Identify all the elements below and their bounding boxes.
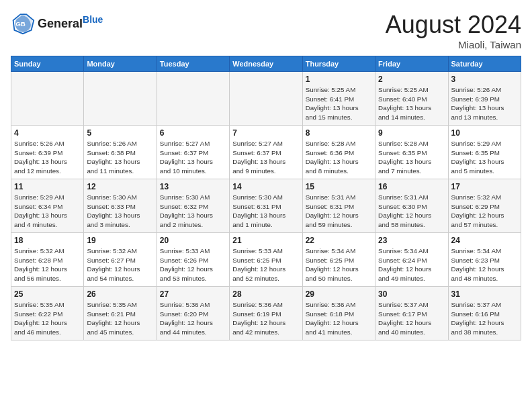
day-detail: Sunrise: 5:36 AM Sunset: 6:20 PM Dayligh… bbox=[160, 300, 226, 337]
logo-icon: GB bbox=[11, 11, 35, 35]
day-number: 18 bbox=[14, 236, 81, 245]
day-detail: Sunrise: 5:30 AM Sunset: 6:31 PM Dayligh… bbox=[232, 193, 299, 230]
day-detail: Sunrise: 5:29 AM Sunset: 6:34 PM Dayligh… bbox=[14, 193, 81, 230]
calendar-cell: 1Sunrise: 5:25 AM Sunset: 6:41 PM Daylig… bbox=[302, 72, 375, 126]
calendar-cell: 31Sunrise: 5:37 AM Sunset: 6:16 PM Dayli… bbox=[448, 287, 521, 340]
calendar-week-row: 11Sunrise: 5:29 AM Sunset: 6:34 PM Dayli… bbox=[11, 179, 521, 233]
calendar-cell bbox=[157, 72, 229, 126]
calendar-week-row: 4Sunrise: 5:26 AM Sunset: 6:39 PM Daylig… bbox=[11, 126, 521, 179]
calendar-cell: 16Sunrise: 5:31 AM Sunset: 6:30 PM Dayli… bbox=[375, 179, 448, 233]
day-detail: Sunrise: 5:27 AM Sunset: 6:37 PM Dayligh… bbox=[160, 139, 226, 176]
calendar-cell: 19Sunrise: 5:32 AM Sunset: 6:27 PM Dayli… bbox=[84, 233, 157, 287]
calendar-cell bbox=[11, 72, 84, 126]
day-number: 27 bbox=[160, 289, 226, 299]
day-detail: Sunrise: 5:26 AM Sunset: 6:38 PM Dayligh… bbox=[87, 139, 153, 176]
calendar-cell: 20Sunrise: 5:33 AM Sunset: 6:26 PM Dayli… bbox=[157, 233, 229, 287]
logo-general: General bbox=[38, 17, 83, 30]
day-detail: Sunrise: 5:33 AM Sunset: 6:26 PM Dayligh… bbox=[160, 246, 226, 283]
day-detail: Sunrise: 5:30 AM Sunset: 6:33 PM Dayligh… bbox=[87, 193, 153, 230]
calendar-cell: 3Sunrise: 5:26 AM Sunset: 6:39 PM Daylig… bbox=[448, 72, 521, 126]
calendar-cell: 10Sunrise: 5:29 AM Sunset: 6:35 PM Dayli… bbox=[448, 126, 521, 179]
calendar-cell: 14Sunrise: 5:30 AM Sunset: 6:31 PM Dayli… bbox=[230, 179, 302, 233]
day-number: 24 bbox=[451, 236, 518, 245]
day-number: 23 bbox=[378, 236, 445, 245]
day-number: 5 bbox=[87, 128, 153, 138]
day-detail: Sunrise: 5:32 AM Sunset: 6:27 PM Dayligh… bbox=[87, 246, 153, 283]
calendar-cell: 13Sunrise: 5:30 AM Sunset: 6:32 PM Dayli… bbox=[157, 179, 229, 233]
calendar-cell: 24Sunrise: 5:34 AM Sunset: 6:23 PM Dayli… bbox=[448, 233, 521, 287]
calendar-cell: 7Sunrise: 5:27 AM Sunset: 6:37 PM Daylig… bbox=[230, 126, 302, 179]
day-number: 17 bbox=[451, 182, 518, 191]
calendar-cell: 21Sunrise: 5:33 AM Sunset: 6:25 PM Dayli… bbox=[230, 233, 302, 287]
day-detail: Sunrise: 5:27 AM Sunset: 6:37 PM Dayligh… bbox=[232, 139, 299, 176]
calendar-cell: 17Sunrise: 5:32 AM Sunset: 6:29 PM Dayli… bbox=[448, 179, 521, 233]
calendar-week-row: 1Sunrise: 5:25 AM Sunset: 6:41 PM Daylig… bbox=[11, 72, 521, 126]
day-detail: Sunrise: 5:26 AM Sunset: 6:39 PM Dayligh… bbox=[451, 85, 518, 122]
calendar-cell bbox=[84, 72, 157, 126]
weekday-header: Thursday bbox=[302, 56, 375, 72]
day-detail: Sunrise: 5:36 AM Sunset: 6:19 PM Dayligh… bbox=[232, 300, 299, 337]
day-detail: Sunrise: 5:37 AM Sunset: 6:16 PM Dayligh… bbox=[451, 300, 518, 337]
calendar-cell: 18Sunrise: 5:32 AM Sunset: 6:28 PM Dayli… bbox=[11, 233, 84, 287]
day-number: 21 bbox=[232, 236, 299, 245]
day-number: 2 bbox=[378, 75, 445, 84]
day-number: 4 bbox=[14, 128, 81, 138]
day-number: 9 bbox=[378, 128, 445, 138]
day-number: 11 bbox=[14, 182, 81, 191]
day-number: 7 bbox=[232, 128, 299, 138]
day-detail: Sunrise: 5:31 AM Sunset: 6:30 PM Dayligh… bbox=[378, 193, 445, 230]
day-detail: Sunrise: 5:25 AM Sunset: 6:40 PM Dayligh… bbox=[378, 85, 445, 122]
day-detail: Sunrise: 5:33 AM Sunset: 6:25 PM Dayligh… bbox=[232, 246, 299, 283]
day-number: 19 bbox=[87, 236, 153, 245]
day-number: 30 bbox=[378, 289, 445, 299]
calendar-cell: 9Sunrise: 5:28 AM Sunset: 6:35 PM Daylig… bbox=[375, 126, 448, 179]
day-detail: Sunrise: 5:25 AM Sunset: 6:41 PM Dayligh… bbox=[306, 85, 372, 122]
day-detail: Sunrise: 5:34 AM Sunset: 6:25 PM Dayligh… bbox=[306, 246, 372, 283]
location: Miaoli, Taiwan bbox=[386, 39, 521, 50]
day-number: 12 bbox=[87, 182, 153, 191]
day-number: 31 bbox=[451, 289, 518, 299]
page-header: GB GeneralBlue August 2024 Miaoli, Taiwa… bbox=[11, 11, 521, 50]
calendar-cell: 15Sunrise: 5:31 AM Sunset: 6:31 PM Dayli… bbox=[302, 179, 375, 233]
day-number: 8 bbox=[306, 128, 372, 138]
calendar-cell: 29Sunrise: 5:36 AM Sunset: 6:18 PM Dayli… bbox=[302, 287, 375, 340]
svg-text:GB: GB bbox=[15, 20, 26, 28]
weekday-header: Tuesday bbox=[157, 56, 229, 72]
calendar-cell: 26Sunrise: 5:35 AM Sunset: 6:21 PM Dayli… bbox=[84, 287, 157, 340]
day-number: 29 bbox=[306, 289, 372, 299]
day-number: 3 bbox=[451, 75, 518, 84]
day-detail: Sunrise: 5:34 AM Sunset: 6:23 PM Dayligh… bbox=[451, 246, 518, 283]
logo: GB GeneralBlue bbox=[11, 11, 103, 35]
day-number: 26 bbox=[87, 289, 153, 299]
day-detail: Sunrise: 5:26 AM Sunset: 6:39 PM Dayligh… bbox=[14, 139, 81, 176]
calendar-cell: 23Sunrise: 5:34 AM Sunset: 6:24 PM Dayli… bbox=[375, 233, 448, 287]
day-number: 1 bbox=[306, 75, 372, 84]
day-number: 25 bbox=[14, 289, 81, 299]
weekday-header: Wednesday bbox=[230, 56, 302, 72]
day-detail: Sunrise: 5:29 AM Sunset: 6:35 PM Dayligh… bbox=[451, 139, 518, 176]
calendar-cell: 22Sunrise: 5:34 AM Sunset: 6:25 PM Dayli… bbox=[302, 233, 375, 287]
day-number: 13 bbox=[160, 182, 226, 191]
day-detail: Sunrise: 5:37 AM Sunset: 6:17 PM Dayligh… bbox=[378, 300, 445, 337]
calendar-week-row: 25Sunrise: 5:35 AM Sunset: 6:22 PM Dayli… bbox=[11, 287, 521, 340]
calendar-cell: 11Sunrise: 5:29 AM Sunset: 6:34 PM Dayli… bbox=[11, 179, 84, 233]
title-block: August 2024 Miaoli, Taiwan bbox=[386, 11, 521, 50]
weekday-header: Friday bbox=[375, 56, 448, 72]
logo-blue: Blue bbox=[83, 14, 103, 25]
day-detail: Sunrise: 5:30 AM Sunset: 6:32 PM Dayligh… bbox=[160, 193, 226, 230]
weekday-header: Monday bbox=[84, 56, 157, 72]
calendar-week-row: 18Sunrise: 5:32 AM Sunset: 6:28 PM Dayli… bbox=[11, 233, 521, 287]
day-detail: Sunrise: 5:35 AM Sunset: 6:22 PM Dayligh… bbox=[14, 300, 81, 337]
calendar-cell bbox=[230, 72, 302, 126]
calendar-cell: 2Sunrise: 5:25 AM Sunset: 6:40 PM Daylig… bbox=[375, 72, 448, 126]
calendar-cell: 8Sunrise: 5:28 AM Sunset: 6:36 PM Daylig… bbox=[302, 126, 375, 179]
day-detail: Sunrise: 5:36 AM Sunset: 6:18 PM Dayligh… bbox=[306, 300, 372, 337]
day-detail: Sunrise: 5:34 AM Sunset: 6:24 PM Dayligh… bbox=[378, 246, 445, 283]
day-number: 10 bbox=[451, 128, 518, 138]
day-number: 15 bbox=[306, 182, 372, 191]
weekday-header: Sunday bbox=[11, 56, 84, 72]
calendar-cell: 6Sunrise: 5:27 AM Sunset: 6:37 PM Daylig… bbox=[157, 126, 229, 179]
day-detail: Sunrise: 5:28 AM Sunset: 6:35 PM Dayligh… bbox=[378, 139, 445, 176]
day-detail: Sunrise: 5:35 AM Sunset: 6:21 PM Dayligh… bbox=[87, 300, 153, 337]
weekday-header: Saturday bbox=[448, 56, 521, 72]
